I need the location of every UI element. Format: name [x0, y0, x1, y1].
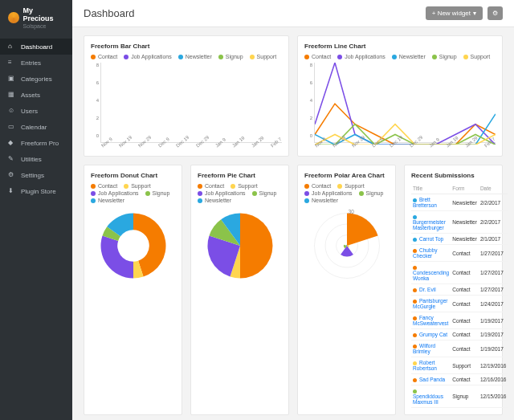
- table-row[interactable]: Wilford BrimleyContact1/19/2017: [411, 340, 508, 357]
- sidebar-item-users[interactable]: ☺Users: [0, 103, 72, 119]
- chevron-down-icon: ▾: [473, 10, 476, 17]
- legend-item[interactable]: Job Applications: [91, 190, 139, 196]
- sidebar-item-utilities[interactable]: ✎Utilities: [0, 151, 72, 167]
- table-row[interactable]: Robert RobertsonSupport12/19/2016: [411, 357, 508, 374]
- sidebar-item-label: Calendar: [21, 124, 47, 131]
- new-widget-button[interactable]: + New widget ▾: [426, 6, 483, 20]
- brand[interactable]: My Precious Solspace: [0, 0, 72, 35]
- sidebar-item-label: Users: [21, 108, 38, 115]
- sidebar-item-label: Utilities: [21, 156, 42, 163]
- legend-item[interactable]: Contact: [91, 54, 117, 59]
- topbar: Dashboard + New widget ▾ ⚙: [72, 0, 514, 27]
- brand-title: My Precious: [23, 6, 64, 22]
- brand-subtitle: Solspace: [23, 23, 64, 29]
- sidebar-item-entries[interactable]: ≡Entries: [0, 55, 72, 71]
- sidebar-item-label: Freeform Pro: [21, 140, 59, 147]
- polar-chart-card: Freeform Polar Area Chart ContactSupport…: [297, 165, 396, 415]
- page-title: Dashboard: [84, 7, 135, 19]
- table-row[interactable]: Brett BrettersonNewsletter2/2/2017: [411, 194, 508, 211]
- gear-icon: ⚙: [8, 171, 16, 179]
- home-icon: ⌂: [8, 43, 16, 51]
- legend-item[interactable]: Support: [250, 54, 277, 59]
- legend-item[interactable]: Signup: [432, 54, 457, 59]
- table-row[interactable]: Carrot TopNewsletter2/1/2017: [411, 234, 508, 245]
- sidebar-item-settings[interactable]: ⚙Settings: [0, 167, 72, 183]
- chart-title: Freeform Pie Chart: [198, 172, 282, 179]
- sidebar-item-calendar[interactable]: ▭Calendar: [0, 119, 72, 135]
- diamond-icon: ◆: [8, 139, 16, 147]
- table-row[interactable]: Grumpy CatContact1/19/2017: [411, 329, 508, 340]
- legend-item[interactable]: Contact: [198, 183, 224, 189]
- legend-item[interactable]: Signup: [252, 190, 277, 196]
- table-row[interactable]: Pantsburger McGurgleContact1/24/2017: [411, 296, 508, 312]
- recent-submissions-card: Recent Submissions TitleFormDate Brett B…: [404, 165, 503, 415]
- svg-text:30: 30: [348, 210, 354, 214]
- bag-icon: ⬇: [8, 187, 16, 195]
- cal-icon: ▭: [8, 123, 16, 131]
- legend-item[interactable]: Contact: [304, 54, 331, 59]
- legend-item[interactable]: Signup: [145, 190, 170, 196]
- sidebar-item-freeform-pro[interactable]: ◆Freeform Pro: [0, 135, 72, 151]
- brand-logo-icon: [8, 12, 19, 23]
- wrench-icon: ✎: [8, 155, 16, 163]
- table-header: Title: [411, 183, 451, 194]
- pie-chart-card: Freeform Pie Chart ContactSupportJob App…: [190, 165, 289, 415]
- sidebar-item-label: Dashboard: [21, 43, 52, 51]
- legend-item[interactable]: Newsletter: [392, 54, 426, 59]
- legend-item[interactable]: Contact: [91, 183, 117, 189]
- bar-chart-card: Freeform Bar Chart ContactJob Applicatio…: [84, 35, 289, 157]
- legend-item[interactable]: Newsletter: [178, 54, 212, 59]
- doc-icon: ≡: [8, 59, 16, 67]
- sidebar-item-assets[interactable]: ▦Assets: [0, 87, 72, 103]
- image-icon: ▦: [8, 91, 16, 99]
- legend-item[interactable]: Newsletter: [198, 198, 231, 203]
- table-row[interactable]: Fancy McSweatervestContact1/19/2017: [411, 312, 508, 329]
- sidebar-item-label: Entries: [21, 59, 41, 67]
- legend-item[interactable]: Newsletter: [304, 198, 338, 203]
- line-chart-card: Freeform Line Chart ContactJob Applicati…: [297, 35, 503, 157]
- table-row[interactable]: Dr. EvilContact1/27/2017: [411, 284, 508, 296]
- table-row[interactable]: Sad PandaContact12/16/2016: [411, 374, 508, 385]
- sidebar-item-categories[interactable]: ▣Categories: [0, 71, 72, 87]
- legend-item[interactable]: Signup: [359, 190, 384, 196]
- legend-item[interactable]: Job Applications: [198, 190, 246, 196]
- user-icon: ☺: [8, 107, 16, 115]
- submissions-table: TitleFormDate Brett BrettersonNewsletter…: [411, 183, 508, 408]
- sidebar-item-label: Assets: [21, 92, 40, 99]
- folder-icon: ▣: [8, 75, 16, 83]
- table-row[interactable]: Chubby CheckerContact1/27/2017: [411, 245, 508, 262]
- legend-item[interactable]: Support: [124, 183, 151, 189]
- legend-item[interactable]: Job Applications: [337, 54, 386, 59]
- legend-item[interactable]: Job Applications: [304, 190, 353, 196]
- chart-title: Freeform Polar Area Chart: [304, 172, 389, 179]
- legend-item[interactable]: Support: [463, 54, 491, 59]
- gear-icon: ⚙: [492, 10, 498, 17]
- sidebar: My Precious Solspace ⌂Dashboard≡Entries▣…: [0, 0, 72, 420]
- legend-item[interactable]: Support: [337, 183, 365, 189]
- legend-item[interactable]: Signup: [218, 54, 243, 59]
- table-header: Date: [479, 183, 508, 194]
- sidebar-item-label: Plugin Store: [21, 188, 56, 195]
- table-row[interactable]: Spendiddous Maxmus IIISignup12/15/2016: [411, 385, 508, 408]
- chart-title: Recent Submissions: [411, 172, 496, 179]
- legend-item[interactable]: Support: [230, 183, 258, 189]
- legend-item[interactable]: Contact: [304, 183, 331, 189]
- table-row[interactable]: Condescending WonkaContact1/27/2017: [411, 262, 508, 284]
- donut-chart-card: Freeform Donut Chart ContactSupportJob A…: [84, 165, 182, 415]
- sidebar-item-label: Categories: [21, 75, 52, 83]
- chart-title: Freeform Bar Chart: [91, 43, 282, 50]
- table-row[interactable]: Burgermeister MasterburgerNewsletter2/2/…: [411, 211, 508, 234]
- settings-button[interactable]: ⚙: [487, 6, 503, 20]
- table-header: Form: [451, 183, 479, 194]
- legend-item[interactable]: Newsletter: [91, 198, 124, 203]
- chart-title: Freeform Line Chart: [304, 43, 496, 50]
- sidebar-item-label: Settings: [21, 172, 44, 179]
- legend-item[interactable]: Job Applications: [124, 54, 172, 59]
- sidebar-item-plugin-store[interactable]: ⬇Plugin Store: [0, 183, 72, 199]
- sidebar-item-dashboard[interactable]: ⌂Dashboard: [0, 39, 72, 55]
- chart-title: Freeform Donut Chart: [91, 172, 175, 179]
